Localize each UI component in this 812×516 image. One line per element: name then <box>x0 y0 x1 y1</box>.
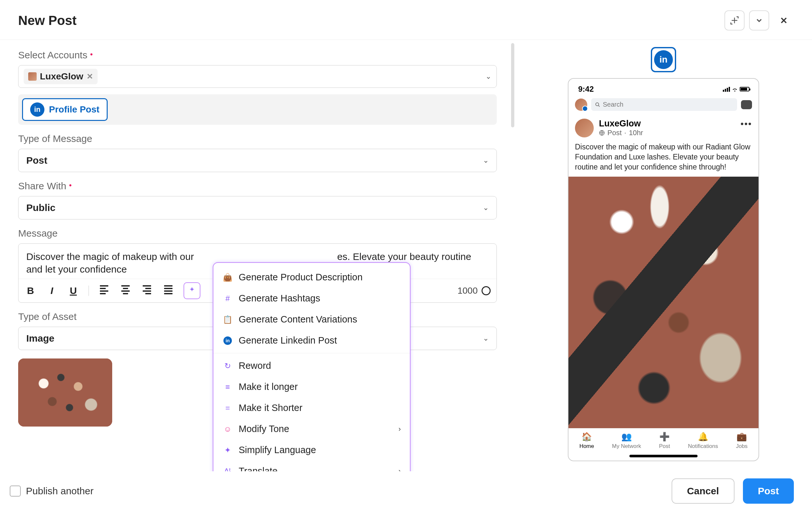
align-center-icon <box>121 284 130 296</box>
ai-menu-item[interactable]: inGenerate Linkedin Post <box>213 330 410 351</box>
add-expand-button[interactable] <box>724 10 745 30</box>
reword-icon: ↻ <box>223 361 233 371</box>
battery-icon <box>740 87 749 91</box>
share-with-label: Share With • <box>18 181 497 191</box>
header-actions <box>724 10 794 30</box>
post-button[interactable]: Post <box>743 478 794 504</box>
footer: Publish another Cancel Post <box>0 471 812 516</box>
align-left-button[interactable] <box>98 284 110 298</box>
chevron-right-icon: › <box>399 467 401 472</box>
header: New Post <box>0 0 812 40</box>
preview-search-input[interactable]: Search <box>591 98 737 111</box>
wifi-icon <box>732 85 738 94</box>
chevron-down-icon: ⌄ <box>483 204 489 212</box>
profile-post-button[interactable]: in Profile Post <box>22 98 108 121</box>
post-type-row: in Profile Post <box>18 94 497 125</box>
ai-menu-item[interactable]: ↻Reword <box>213 355 410 376</box>
form-column: Select Accounts • LuxeGlow ✕ ⌄ in Profil… <box>0 40 515 471</box>
account-chip[interactable]: LuxeGlow ✕ <box>24 69 97 84</box>
page-title: New Post <box>18 13 77 28</box>
close-icon <box>779 16 789 25</box>
account-avatar-icon <box>28 72 37 81</box>
scrollbar[interactable] <box>511 40 515 221</box>
align-right-icon <box>143 284 151 296</box>
preview-user-avatar[interactable] <box>575 98 587 111</box>
hashtag-icon: # <box>223 293 233 304</box>
ai-menu-item[interactable]: ☺Modify Tone› <box>213 419 410 439</box>
cancel-button[interactable]: Cancel <box>672 478 734 504</box>
close-button[interactable] <box>774 10 794 30</box>
preview-nav-tabs: 🏠Home👥My Network➕Post🔔Notifications💼Jobs <box>569 428 758 451</box>
shopping-bag-icon: 👜 <box>223 272 233 283</box>
char-count: 1000 <box>458 285 491 296</box>
ai-menu-item[interactable]: ✦Simplify Language <box>213 439 410 461</box>
home-indicator <box>630 455 698 457</box>
preview-post-meta: Post · 10hr <box>599 129 643 137</box>
shorter-icon: = <box>223 403 233 413</box>
tab-icon: 💼 <box>736 432 747 442</box>
asset-thumbnail[interactable] <box>18 359 112 427</box>
required-dot-icon: • <box>69 181 72 190</box>
phone-status-bar: 9:42 <box>569 79 758 95</box>
post-more-icon[interactable]: ••• <box>741 119 752 129</box>
chevron-down-icon: ⌄ <box>483 156 489 165</box>
ai-menu-item[interactable]: AᵗTranslate› <box>213 461 410 471</box>
message-label: Message <box>18 228 497 239</box>
phone-preview: 9:42 Search <box>568 78 759 461</box>
publish-another-checkbox[interactable]: Publish another <box>10 486 93 496</box>
accounts-select[interactable]: LuxeGlow ✕ ⌄ <box>18 65 497 88</box>
asset-type-value: Image <box>26 333 55 344</box>
preview-post-image <box>569 177 758 428</box>
svg-point-0 <box>596 103 599 106</box>
simplify-icon: ✦ <box>223 445 233 455</box>
messages-icon[interactable] <box>741 100 752 109</box>
preview-tab-post[interactable]: ➕Post <box>659 432 670 450</box>
align-right-button[interactable] <box>141 284 153 298</box>
align-justify-button[interactable] <box>162 284 174 298</box>
preview-profile-name: LuxeGlow <box>599 119 643 129</box>
preview-tab-jobs[interactable]: 💼Jobs <box>736 432 748 450</box>
profile-post-label: Profile Post <box>49 104 99 115</box>
preview-column: in 9:42 Searc <box>515 40 812 471</box>
message-type-select[interactable]: Post ⌄ <box>18 149 497 172</box>
preview-tab-notifications[interactable]: 🔔Notifications <box>688 432 718 450</box>
bold-button[interactable]: B <box>24 285 37 296</box>
preview-profile-avatar[interactable] <box>575 119 594 138</box>
ai-menu-item[interactable]: 📋Generate Content Variations <box>213 309 410 330</box>
share-with-select[interactable]: Public ⌄ <box>18 196 497 219</box>
align-center-button[interactable] <box>119 284 132 298</box>
required-dot-icon: • <box>90 50 93 59</box>
underline-button[interactable]: U <box>67 285 80 296</box>
chevron-right-icon: › <box>399 425 401 433</box>
align-left-icon <box>100 284 108 296</box>
chevron-down-button[interactable] <box>749 10 769 30</box>
italic-button[interactable]: I <box>46 285 58 296</box>
ai-menu-item[interactable]: #Generate Hashtags <box>213 288 410 309</box>
chevron-down-icon: ⌄ <box>486 72 491 81</box>
char-count-circle-icon <box>482 286 491 295</box>
globe-icon <box>599 130 605 136</box>
linkedin-icon: in <box>654 50 673 69</box>
ai-menu-item[interactable]: 👜Generate Product Description <box>213 267 410 288</box>
menu-separator <box>213 353 410 353</box>
ai-assist-button[interactable] <box>183 282 200 299</box>
tone-icon: ☺ <box>223 424 233 434</box>
accounts-label: Select Accounts • <box>18 50 497 61</box>
preview-post-header: LuxeGlow Post · 10hr ••• <box>569 114 758 139</box>
preview-tab-my-network[interactable]: 👥My Network <box>612 432 641 450</box>
search-icon <box>595 102 600 107</box>
remove-account-icon[interactable]: ✕ <box>87 72 93 81</box>
account-chip-name: LuxeGlow <box>40 71 83 82</box>
ai-menu-item[interactable]: =Make it Shorter <box>213 397 410 419</box>
sparkle-icon <box>187 286 197 295</box>
phone-search-row: Search <box>569 95 758 114</box>
preview-tab-home[interactable]: 🏠Home <box>579 432 594 450</box>
platform-selector[interactable]: in <box>651 47 676 72</box>
longer-icon: ≡ <box>223 382 233 392</box>
signal-icon <box>723 87 730 92</box>
preview-post-body: Discover the magic of makeup with our Ra… <box>569 139 758 177</box>
translate-icon: Aᵗ <box>223 466 233 472</box>
linkedin-icon: in <box>30 102 45 117</box>
ai-menu-item[interactable]: ≡Make it longer <box>213 376 410 397</box>
tab-icon: 🏠 <box>581 432 592 442</box>
